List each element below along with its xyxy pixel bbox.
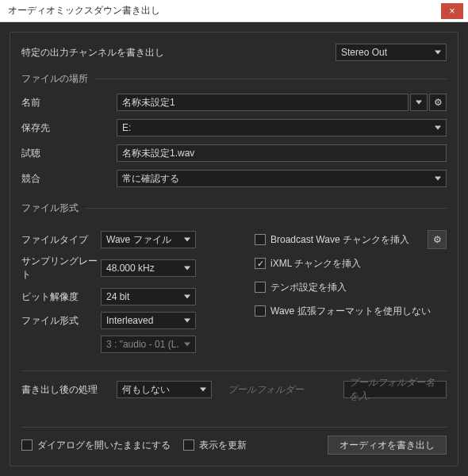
sample-rate-select[interactable]: 48.000 kHz [101,259,196,277]
tempo-checkbox[interactable] [255,282,266,293]
file-format-group: ファイル形式 ファイルタイプ Wave ファイル [21,208,447,406]
keep-open-checkbox[interactable] [21,440,33,451]
chevron-down-icon [184,319,190,323]
dialog-footer: ダイアログを開いたままにする 表示を更新 オーディオを書き出し [21,436,447,455]
keep-open-label: ダイアログを開いたままにする [37,439,171,452]
close-button[interactable]: × [441,3,463,19]
file-format-row: ファイル形式 Interleaved [21,312,244,329]
bit-depth-label: ビット解像度 [21,290,101,304]
bit-depth-select[interactable]: 24 bit [101,288,196,305]
post-process-value: 何もしない [122,383,170,397]
keep-open-row: ダイアログを開いたままにする [21,439,171,452]
name-row: 名前 ⚙ [21,94,447,111]
export-button[interactable]: オーディオを書き出し [328,436,447,455]
gear-icon: ⚙ [434,97,443,108]
output-channel-label: 特定の出力チャンネルを書き出し [21,46,336,60]
content-area: 特定の出力チャンネルを書き出し Stereo Out ファイルの場所 名前 [0,22,468,476]
tempo-label: テンポ設定を挿入 [270,281,347,294]
output-channel-select[interactable]: Stereo Out [336,44,447,61]
wave-ext-row: Wave 拡張フォーマットを使用しない [255,302,447,320]
name-label: 名前 [21,96,117,109]
broadcast-wave-row: Broadcast Wave チャンクを挿入 ⚙ [255,231,447,248]
sample-rate-value: 48.000 kHz [106,263,155,274]
chevron-down-icon [435,177,441,181]
chevron-down-icon [435,126,441,130]
chevron-down-icon [184,343,190,347]
file-location-group: ファイルの場所 名前 ⚙ [21,79,447,195]
close-icon: × [449,6,455,17]
sub-select-row: 3 : "audio - 01 (L. [21,336,244,353]
export-dialog: オーディオミックスダウン書き出し × 特定の出力チャンネルを書き出し Stere… [0,0,468,476]
window-title: オーディオミックスダウン書き出し [8,4,441,17]
tempo-row: テンポ設定を挿入 [255,278,447,296]
sample-rate-row: サンプリングレート 48.000 kHz [21,255,244,282]
refresh-label: 表示を更新 [199,439,247,452]
broadcast-wave-label: Broadcast Wave チャンクを挿入 [270,233,409,247]
preview-output: 名称未設定1.wav [117,144,447,162]
file-type-select[interactable]: Wave ファイル [101,231,196,248]
save-to-row: 保存先 E: [21,119,447,136]
ixml-checkbox[interactable] [255,258,266,269]
save-to-value: E: [122,122,131,133]
format-left-col: ファイルタイプ Wave ファイル サンプリングレート 48.000 kHz [21,231,244,359]
output-channel-row: 特定の出力チャンネルを書き出し Stereo Out [21,44,447,61]
preview-label: 試聴 [21,147,117,160]
broadcast-wave-settings[interactable]: ⚙ [428,230,447,249]
file-type-value: Wave ファイル [106,233,171,247]
preview-row: 試聴 名称未設定1.wav [21,144,447,162]
pool-folder-label: プールフォルダー [228,383,304,397]
chevron-down-icon [184,295,190,299]
save-to-label: 保存先 [21,121,117,135]
file-format-legend: ファイル形式 [21,202,85,215]
sample-rate-label: サンプリングレート [21,255,101,282]
divider [21,370,447,371]
export-button-label: オーディオを書き出し [339,439,435,452]
ixml-row: iXML チャンクを挿入 [255,255,447,272]
gear-icon: ⚙ [433,234,442,245]
pool-folder-placeholder: プールフォルダー名を入. [349,376,441,403]
file-format-value: Interleaved [106,315,153,326]
chevron-down-icon [184,238,190,242]
conflict-select[interactable]: 常に確認する [117,170,447,187]
refresh-row: 表示を更新 [183,439,247,452]
chevron-down-icon [184,267,190,271]
name-settings-button[interactable]: ⚙ [429,94,447,111]
wave-ext-label: Wave 拡張フォーマットを使用しない [270,305,431,318]
chevron-down-icon [200,388,206,392]
conflict-row: 競合 常に確認する [21,170,447,187]
titlebar: オーディオミックスダウン書き出し × [0,0,468,22]
sub-select-value: 3 : "audio - 01 (L. [106,339,179,350]
refresh-checkbox[interactable] [183,440,194,451]
preview-value: 名称未設定1.wav [122,147,194,160]
post-process-select[interactable]: 何もしない [117,381,212,398]
main-panel: 特定の出力チャンネルを書き出し Stereo Out ファイルの場所 名前 [10,32,458,466]
format-grid: ファイルタイプ Wave ファイル サンプリングレート 48.000 kHz [21,231,447,359]
ixml-label: iXML チャンクを挿入 [270,257,361,271]
save-to-select[interactable]: E: [117,119,447,136]
format-right-col: Broadcast Wave チャンクを挿入 ⚙ iXML チャンクを挿入 [244,231,447,359]
file-format-select[interactable]: Interleaved [101,312,196,329]
post-process-row: 書き出し後の処理 何もしない プールフォルダー プールフォルダー名を入. [21,381,447,398]
conflict-value: 常に確認する [122,172,179,186]
file-format-label: ファイル形式 [21,314,101,328]
chevron-down-icon [416,101,422,105]
bottom-divider [21,427,447,428]
bit-depth-row: ビット解像度 24 bit [21,288,244,305]
conflict-label: 競合 [21,172,117,186]
file-location-legend: ファイルの場所 [21,72,94,86]
pool-folder-input[interactable]: プールフォルダー名を入. [343,381,447,398]
name-input[interactable] [117,94,409,111]
chevron-down-icon [435,51,441,55]
post-process-label: 書き出し後の処理 [21,383,117,397]
file-type-row: ファイルタイプ Wave ファイル [21,231,244,248]
sub-select[interactable]: 3 : "audio - 01 (L. [101,336,196,353]
name-field[interactable] [122,97,403,108]
output-channel-value: Stereo Out [341,47,387,58]
broadcast-wave-checkbox[interactable] [255,234,266,245]
file-type-label: ファイルタイプ [21,233,101,247]
wave-ext-checkbox[interactable] [255,305,266,317]
bit-depth-value: 24 bit [106,291,129,302]
name-dropdown-button[interactable] [410,94,428,111]
